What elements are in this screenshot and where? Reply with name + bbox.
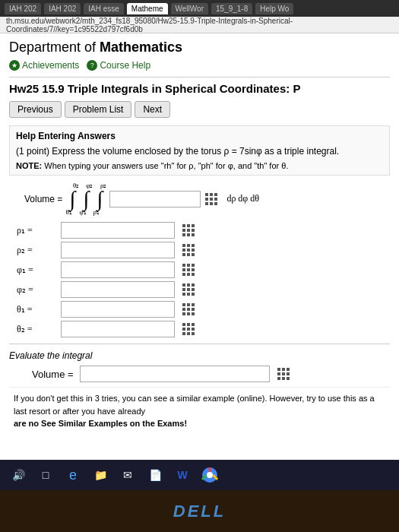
- help-body: (1 point) Express the volume enclosed by…: [16, 144, 383, 158]
- integral-display: θ₂ ∫ θ₁ φ₂ ∫ φ₁ ρ₂ ∫ ρ₁: [65, 182, 106, 216]
- rho1-label: ρ₁ =: [17, 225, 55, 236]
- dept-header: Department of Mathematics: [9, 40, 390, 55]
- phi1-label: φ₁ =: [17, 264, 55, 276]
- tab-iah1[interactable]: IAH 202: [5, 3, 41, 14]
- btn-row: Previous Problem List Next: [9, 101, 390, 118]
- phi1-input[interactable]: [61, 261, 175, 278]
- volume-eval-label: Volume =: [32, 369, 74, 380]
- taskbar-mail-icon[interactable]: ✉: [117, 464, 138, 486]
- dell-logo: DELL: [173, 502, 226, 521]
- rho2-label: ρ₂ =: [17, 245, 55, 256]
- taskbar-file-icon[interactable]: 📄: [144, 464, 166, 486]
- url-text: th.msu.edu/webwork2/mth_234_fs18_95080/H…: [6, 17, 393, 33]
- theta2-row: θ₂ =: [9, 321, 390, 337]
- tab-well[interactable]: WellWor: [171, 3, 208, 14]
- problem-list-button[interactable]: Problem List: [65, 101, 132, 118]
- bottom-note: If you don't get this in 3 tries, you ca…: [9, 387, 390, 435]
- taskbar-display-icon[interactable]: □: [35, 464, 56, 486]
- integral-1: θ₂ ∫ θ₁: [65, 182, 79, 216]
- integral-3: ρ₂ ∫ ρ₁: [93, 182, 106, 216]
- integral-section: Volume = θ₂ ∫ θ₁ φ₂ ∫ φ₁ ρ₂ ∫ ρ₁: [9, 182, 390, 216]
- evaluate-label: Evaluate the integral: [9, 350, 390, 361]
- integral-2: φ₂ ∫ φ₁: [79, 182, 93, 216]
- address-bar[interactable]: th.msu.edu/webwork2/mth_234_fs18_95080/H…: [0, 17, 399, 33]
- help-section: Help Entering Answers (1 point) Express …: [9, 125, 390, 176]
- volume-eval-row: Volume =: [9, 366, 390, 382]
- browser-tabs: IAH 202 IAH 202 IAH esse Matheme WellWor…: [0, 0, 399, 17]
- tab-help[interactable]: Help Wo: [255, 3, 293, 14]
- theta2-label: θ₂ =: [17, 324, 55, 335]
- achievements-icon: ★: [9, 60, 20, 71]
- taskbar-speaker-icon[interactable]: 🔊: [8, 464, 29, 486]
- theta1-row: θ₁ =: [9, 301, 390, 318]
- achievements-link[interactable]: ★ Achievements: [9, 60, 79, 71]
- taskbar: 🔊 □ e 📁 ✉ 📄 W: [0, 460, 399, 490]
- tab-math[interactable]: Matheme: [127, 3, 168, 14]
- rho1-row: ρ₁ =: [9, 222, 390, 239]
- phi2-label: φ₂ =: [17, 284, 55, 296]
- integrand-input[interactable]: [109, 191, 201, 207]
- course-help-label: Course Help: [100, 60, 150, 71]
- taskbar-browser-icon[interactable]: e: [62, 464, 84, 486]
- svg-point-1: [207, 472, 213, 478]
- volume-eval-input[interactable]: [80, 366, 270, 382]
- taskbar-chrome-icon[interactable]: [199, 464, 220, 486]
- fields-section: ρ₁ = ρ₂ = φ₁ =: [9, 222, 390, 337]
- volume-label: Volume =: [24, 194, 62, 204]
- volume-eval-grid-icon[interactable]: [276, 366, 291, 382]
- rho2-grid-icon[interactable]: [181, 242, 196, 258]
- achievements-label: Achievements: [22, 60, 79, 71]
- rho2-input[interactable]: [61, 242, 175, 258]
- rho2-row: ρ₂ =: [9, 242, 390, 258]
- phi1-row: φ₁ =: [9, 261, 390, 278]
- course-help-icon: ?: [87, 60, 97, 71]
- phi2-grid-icon[interactable]: [181, 282, 196, 297]
- theta1-input[interactable]: [61, 301, 175, 318]
- theta2-grid-icon[interactable]: [181, 321, 196, 337]
- rho1-grid-icon[interactable]: [181, 223, 196, 238]
- tab-esse[interactable]: IAH esse: [84, 3, 124, 14]
- taskbar-folder-icon[interactable]: 📁: [90, 464, 111, 486]
- theta2-input[interactable]: [61, 321, 175, 337]
- rho1-input[interactable]: [61, 222, 175, 239]
- taskbar-word-icon[interactable]: W: [172, 464, 193, 486]
- tab-iah2[interactable]: IAH 202: [44, 3, 81, 14]
- phi2-row: φ₂ =: [9, 281, 390, 298]
- page-content: Department of Mathematics ★ Achievements…: [0, 33, 399, 460]
- hw-title: Hw25 15.9 Triple Integrals in Spherical …: [9, 77, 390, 95]
- theta1-label: θ₁ =: [17, 304, 55, 315]
- phi2-input[interactable]: [61, 281, 175, 298]
- previous-button[interactable]: Previous: [9, 101, 62, 118]
- next-button[interactable]: Next: [135, 101, 170, 118]
- theta1-grid-icon[interactable]: [181, 302, 196, 317]
- differentials: dρ dφ dθ: [226, 193, 259, 204]
- tab-159[interactable]: 15_9_1-8: [211, 3, 252, 14]
- integrand-grid-icon[interactable]: [204, 192, 219, 207]
- phi1-grid-icon[interactable]: [181, 262, 196, 277]
- help-title: Help Entering Answers: [16, 131, 383, 141]
- note-text: NOTE: When typing your answers use "rh" …: [16, 161, 383, 170]
- divider: [9, 344, 390, 344]
- dell-bar: DELL: [0, 490, 399, 532]
- course-help-link[interactable]: ? Course Help: [87, 60, 150, 71]
- nav-links: ★ Achievements ? Course Help: [9, 60, 390, 71]
